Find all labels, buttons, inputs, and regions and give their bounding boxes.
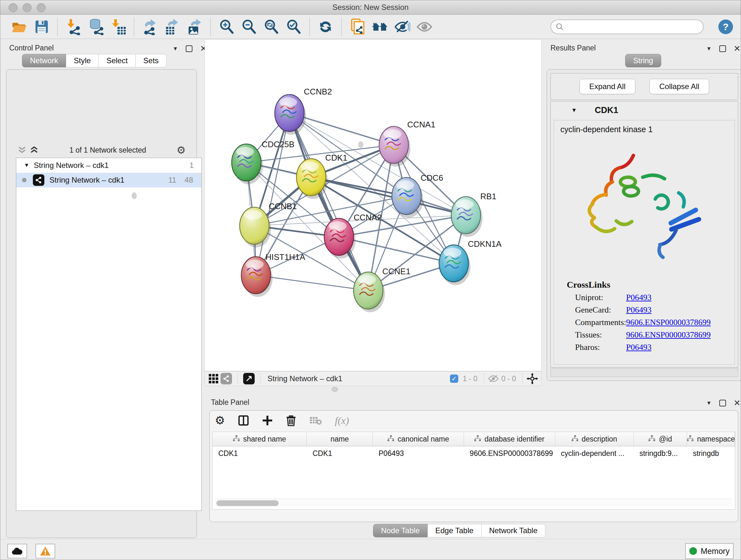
node-ccna1[interactable]: CCNA1 <box>379 120 435 167</box>
node-cdkn1a[interactable]: CDKN1A <box>439 239 502 285</box>
node-cdc25b[interactable]: CDC25B <box>232 139 294 184</box>
crosslinks-heading: CrossLinks <box>567 280 735 290</box>
current-network-name: String Network – cdk1 <box>267 374 342 383</box>
tab-sets[interactable]: Sets <box>136 54 166 67</box>
edge-CCNA2-CDKN1A[interactable] <box>339 237 454 263</box>
apply-layout-icon[interactable] <box>317 18 334 35</box>
import-network-file-icon[interactable] <box>65 18 82 35</box>
table-type-tabs: Node TableEdge TableNetwork Table <box>373 524 545 537</box>
panel-menu-icon[interactable]: ▼ <box>173 46 178 52</box>
tab-select[interactable]: Select <box>98 54 136 67</box>
delete-column-icon[interactable] <box>286 415 296 426</box>
crosslink-value-compartments-[interactable]: 9606.ENSP00000378699 <box>626 318 711 327</box>
two-houses-icon[interactable] <box>372 18 388 35</box>
panel-float-icon[interactable] <box>186 45 192 52</box>
gene-header[interactable]: ▼ CDK1 <box>551 102 738 119</box>
results-panel-scrollbar[interactable] <box>550 368 738 377</box>
splitter-knob[interactable] <box>358 141 363 148</box>
network-view-icon[interactable] <box>220 373 232 384</box>
crosslink-value-uniprot-[interactable]: P06493 <box>626 293 651 302</box>
table-cell: P06493 <box>373 446 464 460</box>
zoom-fit-icon[interactable] <box>263 18 280 35</box>
expand-all-icon[interactable] <box>29 146 39 154</box>
memory-button[interactable]: Memory <box>685 543 734 559</box>
help-button[interactable]: ? <box>718 19 733 34</box>
search-box[interactable] <box>550 19 704 34</box>
warnings-button[interactable] <box>36 544 55 558</box>
panel-menu-icon[interactable]: ▼ <box>706 46 712 52</box>
export-image-icon[interactable] <box>186 18 203 35</box>
panel-float-icon[interactable] <box>719 45 726 52</box>
panel-close-icon[interactable]: ✕ <box>734 44 741 54</box>
grid-view-icon[interactable] <box>208 373 219 384</box>
crosslink-value-tissues-[interactable]: 9606.ENSP00000378699 <box>626 330 711 340</box>
collapse-all-icon[interactable] <box>17 146 27 154</box>
node-ccnb2[interactable]: CCNB2 <box>275 87 332 135</box>
collapse-all-button[interactable]: Collapse All <box>650 79 709 94</box>
column-header--id[interactable]: @id <box>634 432 687 446</box>
network-collection-row[interactable]: ▼ String Network – cdk1 1 <box>16 158 201 173</box>
new-network-from-selection-icon[interactable] <box>349 18 366 35</box>
splitter-knob[interactable] <box>332 387 338 392</box>
tab-network[interactable]: Network <box>22 54 66 67</box>
crosslink-value-genecard-[interactable]: P06493 <box>626 305 651 315</box>
zoom-in-icon[interactable] <box>218 18 235 35</box>
tab-string[interactable]: String <box>625 54 661 67</box>
show-all-eye-icon[interactable] <box>416 18 433 35</box>
tab-network-table[interactable]: Network Table <box>482 524 546 537</box>
save-session-icon[interactable] <box>33 18 50 35</box>
birds-eye-view-icon[interactable] <box>243 373 255 384</box>
node-cdc6[interactable]: CDC6 <box>392 173 443 218</box>
tab-style[interactable]: Style <box>66 54 98 67</box>
tab-edge-table[interactable]: Edge Table <box>428 524 482 537</box>
edge-HIST1H1A-CCNE1[interactable] <box>256 275 368 291</box>
zoom-out-icon[interactable] <box>241 18 257 35</box>
gene-expander-icon[interactable]: ▼ <box>571 107 577 114</box>
panel-menu-icon[interactable]: ▼ <box>706 400 712 407</box>
search-input[interactable] <box>567 22 698 32</box>
panel-close-icon[interactable]: ✕ <box>734 398 741 408</box>
export-table-icon[interactable] <box>164 18 181 35</box>
tree-expander-icon[interactable]: ▼ <box>24 162 29 169</box>
crosslink-value-pharos-[interactable]: P06493 <box>626 343 651 352</box>
toolbar-separator <box>484 373 484 384</box>
import-network-database-icon[interactable] <box>87 18 104 35</box>
splitter-knob[interactable] <box>132 192 137 199</box>
column-header-canonical-name[interactable]: canonical name <box>373 432 464 446</box>
column-header-database-identifier[interactable]: database identifier <box>464 432 555 446</box>
network-row[interactable]: String Network – cdk1 11 48 <box>16 173 201 187</box>
column-header-namespace[interactable]: namespace <box>687 432 735 446</box>
network-options-gear-icon[interactable]: ⚙ <box>177 144 186 156</box>
node-rb1[interactable]: RB1 <box>451 192 496 237</box>
table-row[interactable]: CDK1CDK1P064939606.ENSP00000378699cyclin… <box>212 446 735 460</box>
table-horizontal-scrollbar[interactable] <box>215 499 732 507</box>
hide-selected-eye-slash-icon[interactable] <box>394 18 410 35</box>
node-ccna2[interactable]: CCNA2 <box>324 212 382 259</box>
node-ccne1[interactable]: CCNE1 <box>354 266 410 312</box>
pan-crosshair-icon[interactable] <box>527 373 538 384</box>
edge-CCNB2-CCNE1[interactable] <box>289 113 368 291</box>
table-settings-gear-icon[interactable]: ⚙ <box>215 414 225 427</box>
node-label-ccnb2: CCNB2 <box>304 87 332 97</box>
panel-float-icon[interactable] <box>719 400 726 407</box>
tab-node-table[interactable]: Node Table <box>373 524 428 537</box>
network-canvas[interactable]: CCNB2CCNA1CDC25BCDK1CDC6RB1CCNB1CCNA2CDK… <box>205 39 542 371</box>
column-header-name[interactable]: name <box>307 432 373 446</box>
show-columns-icon[interactable] <box>238 415 249 426</box>
column-header-description[interactable]: description <box>555 432 634 446</box>
expand-all-button[interactable]: Expand All <box>580 79 635 94</box>
selected-items-checkbox-icon[interactable]: ✓ <box>450 374 458 383</box>
cloud-button[interactable] <box>7 544 27 558</box>
collection-count: 1 <box>190 161 194 170</box>
crosslink-row: Compartments:9606.ENSP00000378699 <box>575 318 735 327</box>
open-session-icon[interactable] <box>11 18 27 35</box>
zoom-selected-icon[interactable] <box>285 18 302 35</box>
node-ccnb1[interactable]: CCNB1 <box>240 201 297 247</box>
import-table-icon[interactable] <box>110 18 126 35</box>
scrollbar-thumb[interactable] <box>216 500 279 506</box>
edge-CCNB2-HIST1H1A[interactable] <box>256 113 289 275</box>
column-header-shared-name[interactable]: shared name <box>212 432 307 446</box>
add-column-icon[interactable] <box>262 415 273 426</box>
node-hist1h1a[interactable]: HIST1H1A <box>241 252 306 297</box>
export-network-icon[interactable] <box>142 18 158 35</box>
